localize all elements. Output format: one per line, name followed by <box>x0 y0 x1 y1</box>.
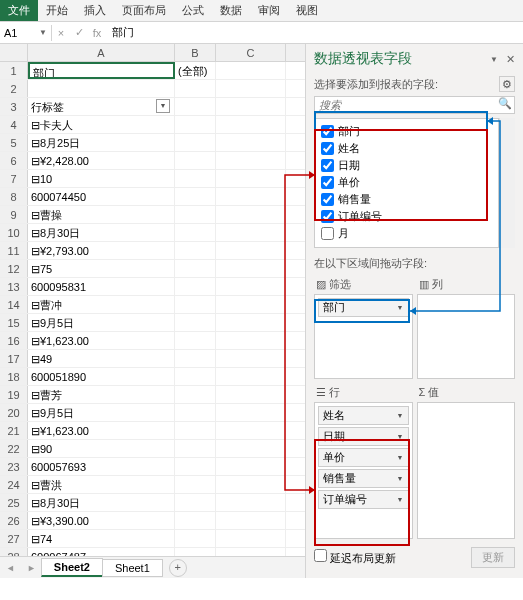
row-header[interactable]: 9 <box>0 206 28 223</box>
pill-dropdown-icon[interactable]: ▼ <box>397 475 404 482</box>
grid-row[interactable]: 25 ⊟8月30日 <box>0 494 305 512</box>
cell[interactable]: ⊟¥3,390.00 <box>28 512 175 529</box>
row-header[interactable]: 13 <box>0 278 28 295</box>
row-header[interactable]: 12 <box>0 260 28 277</box>
cell[interactable] <box>216 62 286 79</box>
cell[interactable] <box>216 368 286 385</box>
field-checkbox[interactable] <box>321 227 334 240</box>
cell[interactable]: 600074450 <box>28 188 175 205</box>
cell[interactable] <box>216 260 286 277</box>
cell[interactable]: ⊟9月5日 <box>28 314 175 331</box>
cell[interactable] <box>175 134 216 151</box>
cell[interactable]: ⊟74 <box>28 530 175 547</box>
area-pill[interactable]: 订单编号▼ <box>318 490 409 509</box>
cell[interactable] <box>175 548 216 556</box>
grid-row[interactable]: 23 600057693 <box>0 458 305 476</box>
search-input[interactable] <box>315 97 496 113</box>
grid-row[interactable]: 5 ⊟8月25日 <box>0 134 305 152</box>
cell[interactable] <box>216 440 286 457</box>
grid-row[interactable]: 16 ⊟¥1,623.00 <box>0 332 305 350</box>
area-pill[interactable]: 单价▼ <box>318 448 409 467</box>
grid-row[interactable]: 28 600067487 <box>0 548 305 556</box>
grid-row[interactable]: 24⊟曹洪 <box>0 476 305 494</box>
gear-icon[interactable]: ⚙ <box>499 76 515 92</box>
sheet-nav-prev-icon[interactable]: ◄ <box>0 563 21 573</box>
grid-row[interactable]: 19⊟曹芳 <box>0 386 305 404</box>
field-checkbox[interactable] <box>321 125 334 138</box>
row-header[interactable]: 10 <box>0 224 28 241</box>
cell[interactable]: 600067487 <box>28 548 175 556</box>
cell[interactable]: 部门 <box>28 62 175 79</box>
row-header[interactable]: 25 <box>0 494 28 511</box>
cell[interactable]: ⊟¥1,623.00 <box>28 422 175 439</box>
field-item[interactable]: 单价 <box>319 174 494 191</box>
tab-file[interactable]: 文件 <box>0 0 38 21</box>
row-header[interactable]: 2 <box>0 80 28 97</box>
cell[interactable] <box>216 350 286 367</box>
cell[interactable] <box>175 188 216 205</box>
cell[interactable]: ⊟10 <box>28 170 175 187</box>
field-item[interactable]: 订单编号 <box>319 208 494 225</box>
cell[interactable] <box>175 404 216 421</box>
cell[interactable]: ⊟卡夫人 <box>28 116 175 133</box>
row-header[interactable]: 24 <box>0 476 28 493</box>
cell[interactable]: 600095831 <box>28 278 175 295</box>
grid-row[interactable]: 10 ⊟8月30日 <box>0 224 305 242</box>
grid-row[interactable]: 9⊟曹操 <box>0 206 305 224</box>
cell[interactable] <box>216 386 286 403</box>
row-header[interactable]: 27 <box>0 530 28 547</box>
cell[interactable] <box>175 422 216 439</box>
grid-row[interactable]: 14⊟曹冲 <box>0 296 305 314</box>
cell[interactable] <box>28 80 175 97</box>
row-header[interactable]: 17 <box>0 350 28 367</box>
area-pill[interactable]: 日期▼ <box>318 427 409 446</box>
area-pill[interactable]: 部门▼ <box>318 298 409 317</box>
grid-row[interactable]: 21 ⊟¥1,623.00 <box>0 422 305 440</box>
grid-row[interactable]: 2 <box>0 80 305 98</box>
tab-review[interactable]: 审阅 <box>250 0 288 21</box>
row-header[interactable]: 21 <box>0 422 28 439</box>
cell[interactable] <box>175 116 216 133</box>
grid-row[interactable]: 1部门(全部)▼ <box>0 62 305 80</box>
fx-icon[interactable]: fx <box>88 27 106 39</box>
cell[interactable]: 行标签▼ <box>28 98 175 115</box>
col-header-A[interactable]: A <box>28 44 175 61</box>
row-header[interactable]: 19 <box>0 386 28 403</box>
cell[interactable] <box>216 476 286 493</box>
grid-row[interactable]: 8 600074450 <box>0 188 305 206</box>
grid-row[interactable]: 17 ⊟49 <box>0 350 305 368</box>
cell[interactable] <box>175 440 216 457</box>
defer-checkbox[interactable]: 延迟布局更新 <box>314 549 396 566</box>
cell[interactable] <box>175 458 216 475</box>
cell[interactable] <box>216 548 286 556</box>
field-checkbox[interactable] <box>321 210 334 223</box>
pill-dropdown-icon[interactable]: ▼ <box>397 433 404 440</box>
cell[interactable] <box>175 260 216 277</box>
cell[interactable] <box>216 296 286 313</box>
cell[interactable] <box>216 134 286 151</box>
cell[interactable]: ⊟¥2,793.00 <box>28 242 175 259</box>
area-pill[interactable]: 姓名▼ <box>318 406 409 425</box>
name-box[interactable]: A1▼ <box>0 25 52 41</box>
filter-dropdown-icon[interactable]: ▼ <box>156 99 170 113</box>
cell[interactable]: 600051890 <box>28 368 175 385</box>
search-icon[interactable]: 🔍 <box>496 97 514 113</box>
cell[interactable]: ⊟8月25日 <box>28 134 175 151</box>
col-header-B[interactable]: B <box>175 44 216 61</box>
grid-row[interactable]: 13 600095831 <box>0 278 305 296</box>
cell[interactable] <box>175 494 216 511</box>
cell[interactable] <box>216 332 286 349</box>
tab-home[interactable]: 开始 <box>38 0 76 21</box>
grid-row[interactable]: 12 ⊟75 <box>0 260 305 278</box>
grid-row[interactable]: 3行标签▼ <box>0 98 305 116</box>
close-pane-icon[interactable]: ✕ <box>506 53 515 66</box>
pill-dropdown-icon[interactable]: ▼ <box>397 304 404 311</box>
formula-content[interactable]: 部门 <box>106 25 140 40</box>
row-header[interactable]: 14 <box>0 296 28 313</box>
grid-row[interactable]: 6 ⊟¥2,428.00 <box>0 152 305 170</box>
grid-row[interactable]: 22 ⊟90 <box>0 440 305 458</box>
cell[interactable] <box>216 278 286 295</box>
cell[interactable] <box>175 80 216 97</box>
pill-dropdown-icon[interactable]: ▼ <box>397 454 404 461</box>
area-rows[interactable]: ☰行 姓名▼日期▼单价▼销售量▼订单编号▼ <box>314 383 413 540</box>
